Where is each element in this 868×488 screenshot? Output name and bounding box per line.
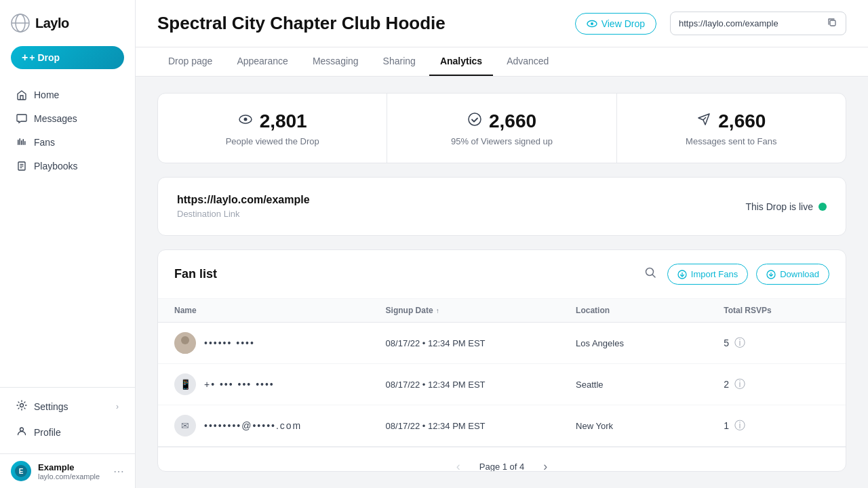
svg-rect-4	[20, 138, 21, 145]
account-url: laylo.com/example	[38, 472, 106, 481]
import-fans-button[interactable]: Import Fans	[667, 264, 748, 285]
svg-point-17	[591, 22, 593, 25]
nav-items: Home Messages Fans Playbooks	[0, 80, 135, 387]
tab-appearance[interactable]: Appearance	[226, 47, 299, 76]
sidebar-bottom: Settings › Profile	[0, 387, 135, 451]
sidebar-item-fans[interactable]: Fans	[5, 131, 130, 154]
row-2-signup-date: 08/17/22 • 12:34 PM EST	[386, 380, 576, 390]
fan-list-header: Fan list Import Fans Download	[158, 250, 846, 299]
signups-label: 95% of Viewers signed up	[451, 136, 553, 146]
col-name: Name	[174, 306, 386, 315]
svg-point-13	[20, 428, 24, 431]
send-stat-icon	[696, 112, 711, 130]
account-info: Example laylo.com/example	[38, 462, 106, 481]
sidebar-item-playbooks[interactable]: Playbooks	[5, 155, 130, 178]
live-status: This Drop is live	[745, 201, 827, 212]
account-row: E Example laylo.com/example ⋯	[0, 453, 135, 488]
row-3-info-icon[interactable]: ⓘ	[734, 419, 745, 433]
row-2-rsvps: 2	[724, 379, 729, 390]
svg-rect-6	[23, 139, 24, 145]
sidebar: Laylo + + Drop Home Messages Fans	[0, 0, 136, 488]
laylo-logo-icon	[11, 14, 30, 33]
svg-line-24	[652, 274, 655, 277]
row-3-location: New York	[576, 421, 724, 431]
fan-list-search-button[interactable]	[642, 264, 659, 285]
account-menu-button[interactable]: ⋯	[113, 465, 124, 478]
svg-point-20	[243, 118, 247, 121]
row-name-cell: 📱 +• ••• ••• ••••	[174, 373, 386, 395]
fan-list-title: Fan list	[174, 267, 633, 281]
row-3-rsvps: 1	[724, 420, 729, 431]
svg-rect-7	[24, 141, 26, 145]
svg-line-22	[703, 117, 706, 120]
import-icon	[677, 270, 687, 279]
fans-icon	[16, 137, 27, 148]
profile-label: Profile	[34, 427, 61, 438]
row-1-info-icon[interactable]: ⓘ	[734, 336, 745, 350]
avatar: 📱	[174, 373, 196, 395]
sidebar-item-profile[interactable]: Profile	[5, 420, 130, 445]
table-row: 📱 +• ••• ••• •••• 08/17/22 • 12:34 PM ES…	[158, 364, 846, 405]
playbooks-icon	[16, 161, 27, 171]
settings-chevron-icon: ›	[116, 402, 119, 411]
col-signup-date: Signup Date ↑	[386, 306, 576, 315]
sort-icon[interactable]: ↑	[436, 307, 439, 314]
tab-sharing[interactable]: Sharing	[372, 47, 427, 76]
account-avatar: E	[11, 461, 31, 481]
row-2-info-icon[interactable]: ⓘ	[734, 378, 745, 392]
main-content: Spectral City Chapter Club Hoodie View D…	[136, 0, 868, 488]
url-bar: https://laylo.com/example	[670, 12, 846, 35]
view-drop-button[interactable]: View Drop	[575, 13, 656, 35]
row-1-signup-date: 08/17/22 • 12:34 PM EST	[386, 338, 576, 348]
content-area: 2,801 People viewed the Drop 2,660 95% o…	[136, 77, 868, 488]
sidebar-item-playbooks-label: Playbooks	[34, 161, 78, 171]
check-stat-icon	[467, 112, 482, 130]
sidebar-item-settings[interactable]: Settings ›	[5, 394, 130, 419]
row-2-location: Seattle	[576, 380, 724, 390]
pagination: ‹ Page 1 of 4 ›	[158, 447, 846, 472]
sidebar-item-home-label: Home	[34, 89, 59, 100]
sidebar-item-messages-label: Messages	[34, 113, 77, 124]
svg-rect-5	[21, 140, 22, 145]
top-bar: Spectral City Chapter Club Hoodie View D…	[136, 0, 868, 47]
svg-point-30	[181, 336, 189, 344]
tab-drop-page[interactable]: Drop page	[157, 47, 223, 76]
row-3-signup-date: 08/17/22 • 12:34 PM EST	[386, 421, 576, 431]
tab-advanced[interactable]: Advanced	[496, 47, 559, 76]
messages-icon	[16, 113, 27, 124]
live-status-text: This Drop is live	[745, 201, 813, 212]
table-row: ✉ ••••••••@•••••.com 08/17/22 • 12:34 PM…	[158, 405, 846, 447]
prev-page-button[interactable]: ‹	[451, 457, 466, 472]
sidebar-item-fans-label: Fans	[34, 137, 55, 148]
svg-text:E: E	[19, 468, 24, 475]
sidebar-item-messages[interactable]: Messages	[5, 107, 130, 130]
svg-rect-3	[18, 140, 19, 145]
tab-messaging[interactable]: Messaging	[302, 47, 370, 76]
views-label: People viewed the Drop	[226, 136, 319, 146]
sidebar-item-home[interactable]: Home	[5, 83, 130, 106]
link-card: https://laylo.com/example Destination Li…	[157, 177, 846, 236]
copy-icon[interactable]	[827, 17, 837, 30]
avatar: ✉	[174, 415, 196, 436]
tabs: Drop page Appearance Messaging Sharing A…	[136, 47, 868, 77]
profile-icon	[16, 426, 27, 439]
messages-label: Messages sent to Fans	[686, 136, 776, 146]
tab-analytics[interactable]: Analytics	[429, 47, 493, 76]
row-3-name: ••••••••@•••••.com	[204, 420, 302, 431]
settings-icon	[16, 400, 27, 413]
next-page-button[interactable]: ›	[538, 457, 553, 472]
home-icon	[16, 89, 27, 100]
row-1-location: Los Angeles	[576, 338, 724, 348]
new-drop-button[interactable]: + + Drop	[11, 46, 124, 69]
col-total-rsvps: Total RSVPs	[724, 306, 829, 315]
row-name-cell: ✉ ••••••••@•••••.com	[174, 415, 386, 436]
settings-label: Settings	[34, 401, 68, 412]
download-button[interactable]: Download	[756, 264, 829, 285]
page-title: Spectral City Chapter Club Hoodie	[157, 13, 561, 34]
logo: Laylo	[0, 0, 135, 43]
svg-point-12	[20, 404, 24, 407]
col-location: Location	[576, 306, 724, 315]
row-2-name: +• ••• ••• ••••	[204, 379, 275, 390]
fan-list-card: Fan list Import Fans Download Name Signu…	[157, 249, 846, 472]
eye-icon	[587, 18, 597, 29]
